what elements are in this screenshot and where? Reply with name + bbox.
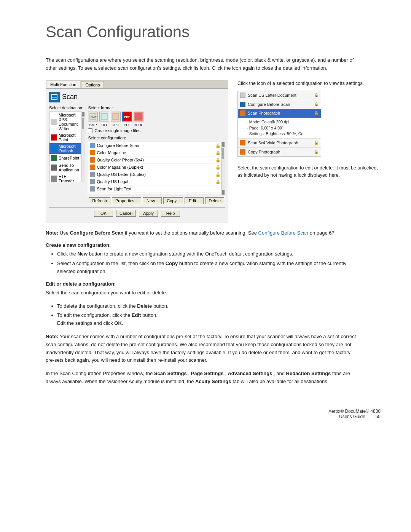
ok-button[interactable]: OK xyxy=(94,210,113,217)
dest-icon-outlook xyxy=(51,145,57,152)
note-if-text: if you want to set the options manually … xyxy=(125,230,258,236)
annotation-text-1: Click the icon of a selected configurati… xyxy=(237,80,381,87)
config-item-us-letter-duplex[interactable]: Quality US Letter (Duplex) 🔒 xyxy=(88,171,221,178)
mini-config-list: Scan US Letter Document 🔒 Configure Befo… xyxy=(237,91,321,157)
note-on-page: on page 67. xyxy=(310,230,336,236)
mini-item-us-letter: Scan US Letter Document 🔒 xyxy=(238,91,321,100)
lock-icon-6: 🔒 xyxy=(215,179,219,184)
mini-icon-configure-before xyxy=(240,102,245,107)
bullet-edit: To edit the configuration, click the Edi… xyxy=(57,312,358,328)
config-list[interactable]: Configure Before Scan 🔒 Color Magazine 🔒 xyxy=(88,142,221,195)
configure-before-scan-link[interactable]: Configure Before Scan xyxy=(258,230,309,236)
dest-item-outlook[interactable]: Microsoft Outlook xyxy=(49,143,81,154)
cancel-button[interactable]: Cancel xyxy=(116,210,136,217)
annotation-text-2: Select the scan configuration to edit or… xyxy=(237,165,381,179)
config-scrollbar[interactable] xyxy=(221,142,225,195)
single-image-label: Create single image files xyxy=(94,128,140,133)
scan-title: Scan xyxy=(62,93,78,101)
dest-item-paint[interactable]: Microsoft Paint xyxy=(49,132,81,143)
format-pdf[interactable]: PDF xyxy=(122,112,132,121)
svg-rect-8 xyxy=(135,113,142,120)
svg-rect-4 xyxy=(101,113,107,120)
dest-scrollbar[interactable] xyxy=(81,112,85,182)
note-use-text: Use xyxy=(60,230,70,236)
format-jpg[interactable] xyxy=(111,112,121,121)
lock-icon-2: 🔒 xyxy=(215,150,219,155)
config-item-before-scan[interactable]: Configure Before Scan 🔒 xyxy=(88,142,221,149)
dest-item-sharepoint[interactable]: SharePoint xyxy=(49,154,81,162)
note2-text: Your scanner comes with a number of conf… xyxy=(46,334,356,363)
config-icon-magazine xyxy=(90,150,95,155)
scanner-dialog: Multi Function Options Scan Select desti… xyxy=(46,80,228,222)
footer-product: Xerox® DocuMate® 4830 xyxy=(46,409,381,414)
single-image-row[interactable]: Create single image files xyxy=(88,128,225,133)
note-paragraph-2: Note: Your scanner comes with a number o… xyxy=(46,333,358,364)
intro-paragraph: The scan configurations are where you se… xyxy=(46,56,358,72)
config-item-photo-6x4[interactable]: Quality Color Photo (6x4) 🔒 xyxy=(88,157,221,164)
mini-icon-us-letter xyxy=(240,93,245,98)
edit-delete-bullets: To delete the configuration, click the D… xyxy=(46,302,381,328)
tab-options[interactable]: Options xyxy=(81,81,104,88)
config-icon-us-legal xyxy=(90,179,95,184)
format-tiff[interactable] xyxy=(99,112,109,121)
dest-icon-ftp xyxy=(51,176,57,182)
dest-icon-sharepoint xyxy=(51,155,57,161)
select-dest-label: Select destination: xyxy=(49,105,85,110)
format-icons-row: BMP PDF xyxy=(88,112,225,121)
note-bold-prefix: Note: xyxy=(46,230,58,236)
dest-icon-xps xyxy=(51,119,57,125)
page-title: Scan Configurations xyxy=(46,23,381,41)
help-button[interactable]: Help xyxy=(161,210,180,217)
edit-intro-text: Select the scan configuration you want t… xyxy=(46,289,358,297)
delete-button[interactable]: Delete xyxy=(205,197,224,204)
config-item-light-text[interactable]: Scan for Light Text xyxy=(88,185,221,193)
config-icon-magazine-duplex xyxy=(90,165,95,170)
config-item-magazine-duplex[interactable]: Color Magazine (Duplex) 🔒 xyxy=(88,164,221,171)
properties-button[interactable]: Properties... xyxy=(112,197,141,204)
new-button[interactable]: New... xyxy=(143,197,162,204)
dialog-tab-bar: Multi Function Options xyxy=(46,80,228,89)
mini-item-configure-before: Configure Before Scan 🔒 xyxy=(238,100,321,109)
svg-text:PDF: PDF xyxy=(124,115,130,119)
edit-button[interactable]: Edit... xyxy=(185,197,204,204)
tab-multi-function[interactable]: Multi Function xyxy=(46,81,80,88)
copy-button[interactable]: Copy... xyxy=(163,197,183,204)
mini-item-copy-photo: Copy Photograph 🔒 xyxy=(238,148,321,157)
dest-item-ftp[interactable]: FTP Transfer xyxy=(49,173,81,182)
note-configure-before-bold: Configure Before Scan xyxy=(70,230,124,236)
config-icon-photo-6x4 xyxy=(90,157,95,163)
lock-icon: 🔒 xyxy=(215,143,219,148)
apply-button[interactable]: Apply xyxy=(139,210,158,217)
format-labels-row: BMP TIFF JPG PDF sPDF xyxy=(88,123,225,127)
single-image-checkbox[interactable] xyxy=(88,128,93,133)
refresh-button[interactable]: Refresh xyxy=(89,197,110,204)
format-bmp[interactable]: BMP xyxy=(88,112,98,121)
mini-icon-copy-photo xyxy=(240,149,245,155)
config-item-us-legal[interactable]: Quality US Legal 🔒 xyxy=(88,178,221,185)
bullet-delete: To delete the configuration, click the D… xyxy=(57,302,358,310)
config-icon-us-letter-duplex xyxy=(90,172,95,177)
config-icon-light-text xyxy=(90,186,95,192)
config-icon-before-scan xyxy=(90,143,95,148)
config-item-magazine[interactable]: Color Magazine 🔒 xyxy=(88,149,221,157)
dialog-footer-buttons: OK Cancel Apply Help xyxy=(49,207,225,219)
footer-guide: User's Guide 55 xyxy=(46,414,381,419)
format-spdf[interactable] xyxy=(134,112,143,121)
selected-config-detail: · Mode: Color@ 200 dpi · Page: 6.00" x 4… xyxy=(238,118,321,139)
mini-item-scan-photo: Scan Photograph 🔒 xyxy=(238,109,321,118)
destination-list[interactable]: Microsoft XPS Document Writer Microsoft … xyxy=(49,112,81,182)
create-config-heading: Create a new configuration: xyxy=(46,242,381,248)
note2-bold: Note: xyxy=(46,334,58,339)
right-annotations: Click the icon of a selected configurati… xyxy=(237,80,381,222)
scan-app-icon xyxy=(49,92,60,102)
dest-item-xps[interactable]: Microsoft XPS Document Writer xyxy=(49,112,81,132)
bottom-buttons-row: Refresh Properties... New... Copy... Edi… xyxy=(88,197,225,204)
mini-icon-6x4-vivid xyxy=(240,140,245,145)
svg-rect-5 xyxy=(113,113,119,120)
dest-item-send[interactable]: Send To Application xyxy=(49,162,81,173)
note-paragraph-3: In the Scan Configuration Properties win… xyxy=(46,370,358,386)
lock-icon-3: 🔒 xyxy=(215,158,219,162)
select-format-label: Select format: xyxy=(88,105,225,110)
note-paragraph-1: Note: Use Configure Before Scan if you w… xyxy=(46,229,358,237)
mini-item-6x4-vivid: Scan 6x4 Vivid Photograph 🔒 xyxy=(238,139,321,148)
